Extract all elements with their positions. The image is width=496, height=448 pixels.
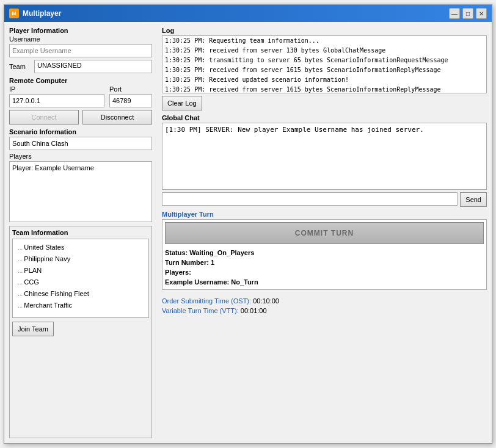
log-entry-5[interactable]: 1:30:25 PM: received from server 1615 by… (162, 85, 478, 93)
ip-port-row: IP Port (9, 85, 152, 107)
turn-label: Multiplayer Turn (162, 211, 487, 218)
main-content: Player Information Username Team UNASSIG… (4, 22, 492, 443)
ost-label: Order Submitting Time (OST): (162, 297, 251, 305)
players-box: Player: Example Username (9, 161, 152, 222)
ost-value: 00:10:00 (253, 297, 279, 305)
turn-number-label: Turn Number: (165, 259, 209, 266)
status-label: Status: (165, 249, 188, 256)
chat-section: Global Chat [1:30 PM] SERVER: New player… (162, 114, 487, 207)
player-info-label: Player Information (9, 27, 152, 34)
username-input[interactable] (9, 44, 152, 57)
log-entry-2[interactable]: 1:30:25 PM: transmitting to server 65 by… (162, 56, 478, 65)
chat-input[interactable] (162, 192, 458, 206)
team-label: Team (9, 63, 31, 70)
left-panel: Player Information Username Team UNASSIG… (4, 22, 157, 443)
scenario-name-input[interactable] (9, 137, 152, 150)
close-button[interactable]: ✕ (476, 8, 487, 19)
team-item-2[interactable]: PLAN (15, 265, 146, 276)
chat-label: Global Chat (162, 114, 487, 121)
title-bar: M Multiplayer — □ ✕ (4, 5, 492, 22)
log-entry-1[interactable]: 1:30:25 PM: received from server 130 byt… (162, 46, 478, 56)
team-tree: United States Philippine Navy PLAN CCG C… (12, 239, 149, 318)
team-item-5[interactable]: Merchant Traffic (15, 300, 146, 311)
team-info-section: Team Information United States Philippin… (9, 226, 152, 438)
player-turn-row: Example Username: No_Turn (165, 277, 484, 287)
team-item-3[interactable]: CCG (15, 276, 146, 288)
title-bar-left: M Multiplayer (9, 9, 61, 18)
vtt-row: Variable Turn Time (VTT): 00:01:00 (162, 306, 487, 316)
join-btn-row: Join Team (12, 322, 149, 336)
remote-section: Remote Computer IP Port Connect Disconne… (9, 77, 152, 125)
ost-row: Order Submitting Time (OST): 00:10:00 (162, 296, 487, 306)
right-panel: Log 1:30:25 PM: Requesting team informat… (157, 22, 492, 443)
scenario-section: Scenario Information Players Player: Exa… (9, 128, 152, 222)
clear-log-row: Clear Log (162, 96, 487, 110)
vtt-value: 00:01:00 (241, 307, 267, 314)
ip-group: IP (9, 85, 104, 107)
ip-input[interactable] (9, 94, 104, 107)
username-label: Username (9, 35, 152, 43)
log-entry-3[interactable]: 1:30:25 PM: received from server 1615 by… (162, 65, 478, 75)
timing-section: Order Submitting Time (OST): 00:10:00 Va… (162, 294, 487, 316)
vtt-label: Variable Turn Time (VTT): (162, 307, 239, 314)
chat-input-row: Send (162, 192, 487, 207)
app-icon: M (9, 9, 19, 18)
status-row: Status: Waiting_On_Players (165, 248, 484, 258)
status-value: Waiting_On_Players (189, 249, 254, 256)
player-entry: Player: Example Username (12, 164, 149, 172)
team-row: Team UNASSIGNED (9, 60, 152, 73)
chat-message-0: [1:30 PM] SERVER: New player Example Use… (165, 126, 424, 134)
join-team-button[interactable]: Join Team (12, 322, 54, 336)
team-item-1[interactable]: Philippine Navy (15, 253, 146, 265)
window-title: Multiplayer (23, 9, 61, 18)
clear-log-button[interactable]: Clear Log (162, 96, 202, 110)
main-window: M Multiplayer — □ ✕ Player Information U… (4, 4, 492, 444)
log-label: Log (162, 27, 487, 34)
turn-number-value: 1 (211, 259, 214, 266)
turn-box: COMMIT TURN Status: Waiting_On_Players T… (162, 219, 487, 290)
team-info-title: Team Information (12, 229, 149, 236)
connect-button[interactable]: Connect (9, 110, 79, 125)
port-label: Port (109, 85, 152, 93)
log-entry-0[interactable]: 1:30:25 PM: Requesting team information.… (162, 36, 478, 46)
maximize-button[interactable]: □ (462, 8, 473, 19)
turn-section: Multiplayer Turn COMMIT TURN Status: Wai… (162, 211, 487, 290)
port-group: Port (109, 85, 152, 107)
remote-label: Remote Computer (9, 77, 152, 84)
send-button[interactable]: Send (460, 192, 487, 207)
turn-number-row: Turn Number: 1 (165, 258, 484, 267)
port-input[interactable] (109, 94, 152, 107)
log-section: Log 1:30:25 PM: Requesting team informat… (162, 27, 487, 110)
team-item-4[interactable]: Chinese Fishing Fleet (15, 288, 146, 300)
player-turn-value: Example Username: No_Turn (165, 278, 258, 286)
log-entry-4[interactable]: 1:30:25 PM: Received updated scenario in… (162, 75, 478, 85)
log-box[interactable]: 1:30:25 PM: Requesting team information.… (162, 35, 487, 93)
player-info-section: Player Information Username Team UNASSIG… (9, 27, 152, 73)
team-item-0[interactable]: United States (15, 242, 146, 253)
connect-row: Connect Disconnect (9, 110, 152, 125)
ip-label: IP (9, 85, 104, 93)
players-label: Players (9, 153, 152, 160)
commit-turn-button[interactable]: COMMIT TURN (165, 222, 484, 244)
team-value: UNASSIGNED (34, 60, 152, 73)
players-header-row: Players: (165, 267, 484, 277)
title-controls: — □ ✕ (449, 8, 487, 19)
chat-box: [1:30 PM] SERVER: New player Example Use… (162, 123, 487, 190)
minimize-button[interactable]: — (449, 8, 460, 19)
disconnect-button[interactable]: Disconnect (82, 110, 152, 125)
players-header-label: Players: (165, 269, 191, 276)
scenario-label: Scenario Information (9, 128, 152, 135)
